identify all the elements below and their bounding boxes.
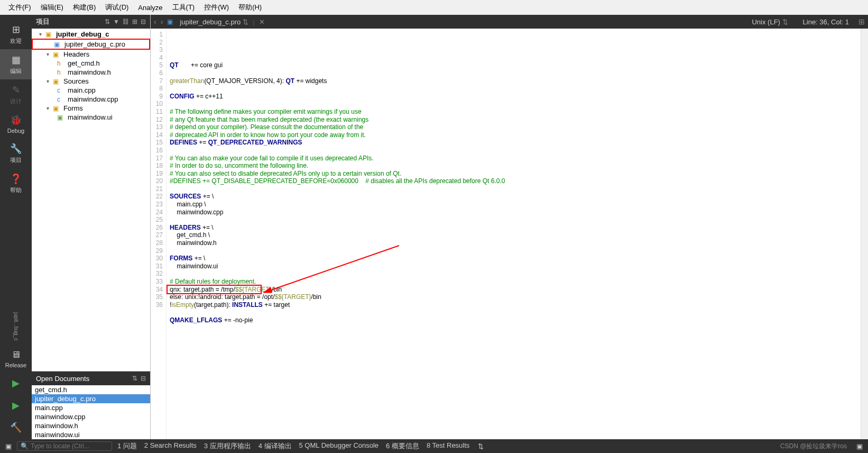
code-line[interactable]: #DEFINES += QT_DISABLE_DEPRECATED_BEFORE…: [170, 177, 857, 185]
mode-welcome[interactable]: ⊞欢迎: [0, 19, 32, 49]
kit-selector[interactable]: 🖥Release: [0, 344, 32, 373]
sort-icon[interactable]: ⇅: [132, 375, 137, 382]
code-line[interactable]: HEADERS += \: [170, 224, 857, 232]
menu-build[interactable]: 构建(B): [69, 2, 100, 13]
open-doc-item[interactable]: mainwindow.h: [32, 421, 150, 430]
sort-icon[interactable]: ⇅: [105, 18, 110, 25]
code-line[interactable]: qnx: target.path = /tmp/$${TARGET}/bin: [170, 286, 857, 294]
code-editor[interactable]: QT += core gui greaterThan(QT_MAJOR_VERS…: [167, 29, 861, 439]
close-output-icon[interactable]: ▣: [853, 442, 866, 450]
output-tab[interactable]: 8 Test Results: [423, 441, 473, 451]
code-line[interactable]: QMAKE_LFLAGS += -no-pie: [170, 316, 857, 324]
run-button[interactable]: ▶: [0, 373, 32, 395]
link-icon[interactable]: ⛓: [123, 18, 129, 25]
open-docs-list[interactable]: get_cmd.hjupiter_debug_c.promain.cppmain…: [32, 385, 150, 439]
menu-analyze[interactable]: Analyze: [134, 3, 167, 13]
headers-folder[interactable]: ▾▣Headers: [32, 50, 150, 59]
code-line[interactable]: [170, 270, 857, 278]
code-line[interactable]: greaterThan(QT_MAJOR_VERSION, 4): QT += …: [170, 77, 857, 85]
mode-edit[interactable]: ▦编辑: [0, 49, 32, 79]
code-line[interactable]: [170, 185, 857, 193]
open-doc-item[interactable]: jupiter_debug_c.pro: [32, 394, 150, 403]
file-selector[interactable]: ▣ jupiter_debug_c.pro ⇅: [167, 18, 248, 26]
menu-widgets[interactable]: 控件(W): [200, 2, 233, 13]
code-line[interactable]: [170, 309, 857, 316]
locator-input[interactable]: [31, 442, 105, 450]
header-file[interactable]: hget_cmd.h: [32, 59, 150, 68]
vertical-scrollbar[interactable]: [861, 29, 868, 439]
open-doc-item[interactable]: mainwindow.ui: [32, 430, 150, 439]
chevron-icon[interactable]: ⇅: [475, 442, 487, 450]
split-icon[interactable]: ⊟: [141, 375, 146, 382]
line-number-gutter[interactable]: 1234567891011121314151617181920212223242…: [151, 29, 167, 439]
code-line[interactable]: [170, 247, 857, 255]
source-file[interactable]: cmainwindow.cpp: [32, 95, 150, 104]
sidebar-toggle-icon[interactable]: ▣: [2, 442, 15, 450]
menu-edit[interactable]: 编辑(E): [36, 2, 68, 13]
code-line[interactable]: QT += core gui: [170, 61, 857, 69]
mode-projects[interactable]: 🔧项目: [0, 138, 32, 168]
menu-file[interactable]: 文件(F): [4, 2, 35, 13]
open-doc-item[interactable]: mainwindow.cpp: [32, 412, 150, 421]
code-line[interactable]: mainwindow.cpp: [170, 209, 857, 216]
code-line[interactable]: # You can also make your code fail to co…: [170, 155, 857, 162]
output-tab[interactable]: 1 问题: [114, 441, 140, 451]
code-line[interactable]: [170, 324, 857, 332]
code-line[interactable]: # depend on your compiler). Please consu…: [170, 123, 857, 131]
code-line[interactable]: [170, 85, 857, 93]
form-file[interactable]: ▣mainwindow.ui: [32, 113, 150, 122]
cursor-position[interactable]: Line: 36, Col: 1: [798, 18, 854, 26]
close-editor-icon[interactable]: ✕: [259, 18, 265, 26]
project-tab-label[interactable]: jupit...bug_c: [12, 309, 20, 344]
pro-file[interactable]: ▣jupiter_debug_c.pro: [32, 39, 150, 50]
build-button[interactable]: 🔨: [0, 417, 32, 439]
open-doc-item[interactable]: main.cpp: [32, 403, 150, 412]
code-line[interactable]: [170, 332, 857, 340]
project-tree[interactable]: ▾▣jupiter_debug_c ▣jupiter_debug_c.pro ▾…: [32, 29, 150, 371]
code-line[interactable]: [170, 100, 857, 108]
code-line[interactable]: # In order to do so, uncomment the follo…: [170, 162, 857, 170]
output-tab[interactable]: 2 Search Results: [141, 441, 200, 451]
output-tab[interactable]: 4 编译输出: [255, 441, 295, 451]
output-tab[interactable]: 5 QML Debugger Console: [296, 441, 382, 451]
debug-run-button[interactable]: ▶: [0, 395, 32, 417]
code-line[interactable]: !isEmpty(target.path): INSTALLS += targe…: [170, 301, 857, 309]
forms-folder[interactable]: ▾▣Forms: [32, 104, 150, 113]
code-line[interactable]: mainwindow.ui: [170, 262, 857, 270]
mode-help[interactable]: ❓帮助: [0, 168, 32, 198]
code-line[interactable]: [170, 147, 857, 155]
nav-back-icon[interactable]: ‹: [154, 17, 156, 26]
code-line[interactable]: main.cpp \: [170, 201, 857, 209]
code-line[interactable]: # You can also select to disable depreca…: [170, 170, 857, 178]
code-line[interactable]: get_cmd.h \: [170, 231, 857, 239]
code-line[interactable]: [170, 216, 857, 224]
expand-icon[interactable]: ⊞: [132, 18, 137, 25]
mode-debug[interactable]: 🐞Debug: [0, 110, 32, 138]
open-doc-item[interactable]: get_cmd.h: [32, 385, 150, 394]
nav-forward-icon[interactable]: ›: [161, 17, 163, 26]
code-line[interactable]: # The following define makes your compil…: [170, 108, 857, 116]
code-line[interactable]: CONFIG += c++11: [170, 93, 857, 101]
code-line[interactable]: # deprecated API in order to know how to…: [170, 131, 857, 139]
code-line[interactable]: SOURCES += \: [170, 193, 857, 201]
menu-help[interactable]: 帮助(H): [234, 2, 266, 13]
code-line[interactable]: mainwindow.h: [170, 239, 857, 247]
filter-icon[interactable]: ▼: [113, 18, 119, 25]
code-line[interactable]: # any Qt feature that has been marked de…: [170, 116, 857, 124]
mode-design[interactable]: ✎设计: [0, 79, 32, 110]
code-line[interactable]: else: unix:!android: target.path = /opt/…: [170, 293, 857, 301]
menu-tools[interactable]: 工具(T): [168, 2, 199, 13]
output-tab[interactable]: 3 应用程序输出: [201, 441, 254, 451]
split-editor-icon[interactable]: ⊞: [858, 17, 865, 26]
split-icon[interactable]: ⊟: [141, 18, 146, 25]
code-line[interactable]: [170, 69, 857, 77]
menu-debug[interactable]: 调试(D): [101, 2, 133, 13]
locator-search[interactable]: 🔍: [17, 441, 112, 451]
code-line[interactable]: DEFINES += QT_DEPRECATED_WARNINGS: [170, 139, 857, 147]
code-line[interactable]: FORMS += \: [170, 255, 857, 262]
output-tab[interactable]: 6 概要信息: [383, 441, 422, 451]
code-line[interactable]: # Default rules for deployment.: [170, 278, 857, 286]
header-file[interactable]: hmainwindow.h: [32, 68, 150, 77]
source-file[interactable]: cmain.cpp: [32, 86, 150, 95]
project-root[interactable]: ▾▣jupiter_debug_c: [32, 30, 150, 39]
